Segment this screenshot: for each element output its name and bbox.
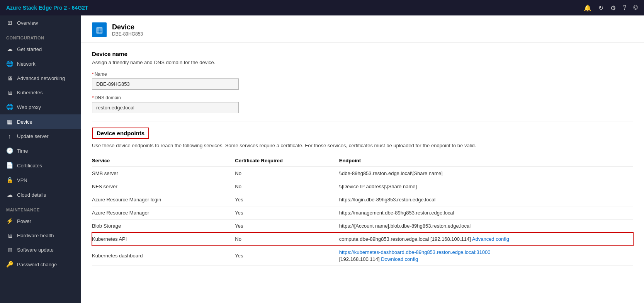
- kubernetes-icon: 🖥: [6, 89, 13, 96]
- sidebar-item-device[interactable]: ▦ Device: [0, 114, 81, 129]
- endpoints-title: Device endpoints: [92, 128, 149, 139]
- service-cell: Blob Storage: [92, 220, 235, 233]
- help-icon[interactable]: ?: [623, 4, 626, 11]
- network-icon: 🌐: [6, 60, 13, 67]
- name-input[interactable]: [92, 78, 239, 90]
- endpoint-cell: https://[Account name].blob.dbe-89hg853.…: [339, 220, 633, 233]
- sidebar-label-power: Power: [17, 218, 31, 224]
- sidebar-label-network: Network: [17, 61, 36, 67]
- sidebar-label-web-proxy: Web proxy: [17, 104, 41, 110]
- sidebar-section-configuration: CONFIGURATION: [0, 30, 81, 42]
- password-change-icon: 🔑: [6, 261, 13, 268]
- endpoints-table: Service Certificate Required Endpoint SM…: [92, 155, 633, 266]
- table-row: Kubernetes dashboardYeshttps://kubernete…: [92, 246, 633, 266]
- device-name-section-title: Device name: [92, 51, 633, 57]
- endpoints-desc: Use these device endpoints to reach the …: [92, 143, 633, 148]
- software-update-icon: 🖥: [6, 247, 13, 253]
- sidebar-section-maintenance: MAINTENANCE: [0, 202, 81, 214]
- power-icon: ⚡: [6, 218, 13, 225]
- gear-icon[interactable]: ⚙: [610, 4, 616, 12]
- sidebar-label-vpn: VPN: [17, 177, 27, 183]
- dns-field-label: *DNS domain: [92, 95, 633, 100]
- device-name-desc: Assign a friendly name and DNS domain fo…: [92, 60, 633, 65]
- col-header-service: Service: [92, 155, 235, 167]
- sidebar-label-certificates: Certificates: [17, 163, 42, 169]
- sidebar-label-advanced-networking: Advanced networking: [17, 75, 65, 81]
- app-title: Azure Stack Edge Pro 2 - 64G2T: [6, 5, 584, 11]
- vpn-icon: 🔒: [6, 177, 13, 184]
- sidebar-item-hardware-health[interactable]: 🖥 Hardware health: [0, 228, 81, 243]
- service-cell: Azure Resource Manager: [92, 206, 235, 220]
- endpoint-cell: https://login.dbe-89hg853.reston.edge.lo…: [339, 193, 633, 206]
- content-area: Device name Assign a friendly name and D…: [81, 43, 644, 274]
- layout: ⊞ Overview CONFIGURATION ☁ Get started 🌐…: [0, 15, 644, 303]
- endpoint-cell: compute.dbe-89hg853.reston.edge.local [1…: [339, 233, 633, 246]
- refresh-icon[interactable]: ↻: [598, 4, 603, 12]
- sidebar-item-password-change[interactable]: 🔑 Password change: [0, 257, 81, 272]
- user-icon[interactable]: ©: [633, 4, 638, 11]
- sidebar-label-hardware-health: Hardware health: [17, 233, 54, 238]
- get-started-icon: ☁: [6, 46, 13, 53]
- certificates-icon: 📄: [6, 162, 13, 169]
- overview-icon: ⊞: [6, 19, 13, 26]
- sidebar-label-get-started: Get started: [17, 46, 42, 52]
- time-icon: 🕐: [6, 147, 13, 154]
- main-content: ▦ Device DBE-89HG853 Device name Assign …: [81, 15, 644, 303]
- endpoint-cell: https://management.dbe-89hg853.reston.ed…: [339, 206, 633, 220]
- advanced-networking-icon: 🖥: [6, 75, 13, 82]
- web-proxy-icon: 🌐: [6, 104, 13, 111]
- dns-input[interactable]: [92, 102, 239, 113]
- sidebar-item-overview[interactable]: ⊞ Overview: [0, 15, 81, 30]
- sidebar-item-software-update[interactable]: 🖥 Software update: [0, 243, 81, 257]
- table-row: SMB serverNo\\dbe-89hg853.reston.edge.lo…: [92, 167, 633, 180]
- col-header-endpoint: Endpoint: [339, 155, 633, 167]
- sidebar-item-time[interactable]: 🕐 Time: [0, 143, 81, 158]
- update-server-icon: ↑: [6, 133, 13, 140]
- sidebar-label-time: Time: [17, 148, 28, 154]
- sidebar-label-kubernetes: Kubernetes: [17, 90, 43, 95]
- topbar-icons: 🔔 ↻ ⚙ ? ©: [584, 4, 638, 12]
- advanced-config-link[interactable]: Advanced config: [472, 236, 509, 242]
- cert-required-cell: Yes: [235, 220, 339, 233]
- sidebar-label-device: Device: [17, 119, 32, 125]
- cert-required-cell: No: [235, 233, 339, 246]
- sidebar-item-kubernetes[interactable]: 🖥 Kubernetes: [0, 85, 81, 100]
- hardware-health-icon: 🖥: [6, 232, 13, 239]
- service-cell: NFS server: [92, 180, 235, 193]
- service-cell: Azure Resource Manager login: [92, 193, 235, 206]
- sidebar-item-label-overview: Overview: [17, 20, 38, 26]
- cert-required-cell: No: [235, 167, 339, 180]
- sidebar-item-get-started[interactable]: ☁ Get started: [0, 42, 81, 56]
- endpoint-link-line1[interactable]: https://kubernetes-dashboard.dbe-89hg853…: [339, 249, 629, 255]
- name-field-label: *Name: [92, 71, 633, 77]
- sidebar-item-cloud-details[interactable]: ☁ Cloud details: [0, 187, 81, 202]
- endpoint-cell: \\dbe-89hg853.reston.edge.local\[Share n…: [339, 167, 633, 180]
- page-title: Device: [112, 23, 143, 31]
- table-row: NFS serverNo\\[Device IP address]\[Share…: [92, 180, 633, 193]
- sidebar-item-vpn[interactable]: 🔒 VPN: [0, 173, 81, 187]
- download-config-link[interactable]: Download config: [381, 256, 418, 262]
- sidebar: ⊞ Overview CONFIGURATION ☁ Get started 🌐…: [0, 15, 81, 303]
- sidebar-item-power[interactable]: ⚡ Power: [0, 214, 81, 228]
- sidebar-item-certificates[interactable]: 📄 Certificates: [0, 158, 81, 173]
- table-row: Azure Resource ManagerYeshttps://managem…: [92, 206, 633, 220]
- service-cell: SMB server: [92, 167, 235, 180]
- endpoints-section: Device endpoints Use these device endpoi…: [92, 121, 633, 266]
- service-cell: Kubernetes API: [92, 233, 235, 246]
- table-row: Azure Resource Manager loginYeshttps://l…: [92, 193, 633, 206]
- cert-required-cell: No: [235, 180, 339, 193]
- sidebar-item-update-server[interactable]: ↑ Update server: [0, 129, 81, 143]
- sidebar-label-software-update: Software update: [17, 247, 54, 253]
- sidebar-item-network[interactable]: 🌐 Network: [0, 56, 81, 71]
- page-subtitle: DBE-89HG853: [112, 31, 143, 37]
- sidebar-item-web-proxy[interactable]: 🌐 Web proxy: [0, 100, 81, 114]
- cert-required-cell: Yes: [235, 246, 339, 266]
- cert-required-cell: Yes: [235, 193, 339, 206]
- table-row: Blob StorageYeshttps://[Account name].bl…: [92, 220, 633, 233]
- sidebar-item-advanced-networking[interactable]: 🖥 Advanced networking: [0, 71, 81, 85]
- page-header-text: Device DBE-89HG853: [112, 23, 143, 37]
- topbar: Azure Stack Edge Pro 2 - 64G2T 🔔 ↻ ⚙ ? ©: [0, 0, 644, 15]
- col-header-cert: Certificate Required: [235, 155, 339, 167]
- bell-icon[interactable]: 🔔: [584, 4, 591, 12]
- page-header: ▦ Device DBE-89HG853: [81, 15, 644, 43]
